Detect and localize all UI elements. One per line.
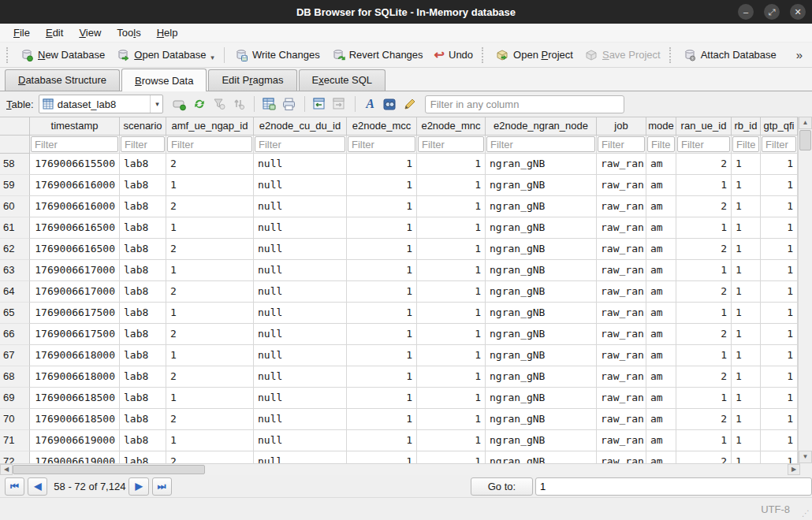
print-icon[interactable] bbox=[281, 95, 298, 113]
cell-e2node_cu_du_id[interactable]: null bbox=[254, 260, 347, 281]
column-filter-input-e2node_ngran_node[interactable] bbox=[486, 136, 595, 152]
cell-rb_id[interactable]: 1 bbox=[732, 303, 761, 324]
cell-gtp_qfi[interactable]: 1 bbox=[761, 366, 798, 388]
open-database-dropdown-caret[interactable]: ▾ bbox=[210, 54, 214, 61]
cell-timestamp[interactable]: 1769006617500 bbox=[30, 324, 120, 345]
column-header-e2node_cu_du_id[interactable]: e2node_cu_du_id bbox=[254, 117, 347, 136]
cell-mode[interactable]: am bbox=[646, 451, 676, 463]
cell-scenario[interactable]: lab8 bbox=[120, 154, 166, 175]
cell-e2node_mnc[interactable]: 1 bbox=[417, 366, 486, 388]
cell-e2node_cu_du_id[interactable]: null bbox=[254, 217, 347, 239]
cell-job[interactable]: raw_ran bbox=[597, 388, 646, 409]
cell-amf_ue_ngap_id[interactable]: 2 bbox=[166, 409, 254, 430]
cell-e2node_ngran_node[interactable]: ngran_gNB bbox=[486, 409, 597, 430]
cell-e2node_mcc[interactable]: 1 bbox=[347, 345, 417, 366]
column-filter-input-e2node_mnc[interactable] bbox=[418, 136, 484, 152]
cell-job[interactable]: raw_ran bbox=[597, 303, 646, 324]
open-project-button[interactable]: Open Project bbox=[490, 45, 579, 65]
cell-e2node_ngran_node[interactable]: ngran_gNB bbox=[486, 451, 597, 463]
scroll-down-button[interactable]: ▼ bbox=[799, 451, 812, 463]
cell-job[interactable]: raw_ran bbox=[597, 324, 646, 345]
cell-timestamp[interactable]: 1769006617000 bbox=[30, 281, 120, 303]
horizontal-scrollbar[interactable]: ◀ ▶ bbox=[0, 463, 800, 475]
column-header-e2node_mcc[interactable]: e2node_mcc bbox=[347, 117, 417, 136]
cell-amf_ue_ngap_id[interactable]: 2 bbox=[166, 366, 254, 388]
cell-mode[interactable]: am bbox=[646, 345, 676, 366]
cell-mode[interactable]: am bbox=[646, 303, 676, 324]
edit-cell-icon[interactable] bbox=[401, 95, 419, 113]
cell-scenario[interactable]: lab8 bbox=[120, 239, 166, 260]
goto-button[interactable]: Go to: bbox=[471, 477, 533, 496]
cell-scenario[interactable]: lab8 bbox=[120, 451, 166, 463]
cell-amf_ue_ngap_id[interactable]: 1 bbox=[166, 175, 254, 196]
cell-rb_id[interactable]: 1 bbox=[732, 430, 761, 451]
cell-e2node_cu_du_id[interactable]: null bbox=[254, 430, 347, 451]
open-database-button[interactable]: Open Database ▾ bbox=[110, 45, 220, 65]
cell-ran_ue_id[interactable]: 1 bbox=[676, 217, 732, 239]
cell-e2node_ngran_node[interactable]: ngran_gNB bbox=[486, 303, 597, 324]
cell-mode[interactable]: am bbox=[646, 430, 676, 451]
toolbar-overflow-button[interactable]: » bbox=[790, 48, 809, 61]
cell-amf_ue_ngap_id[interactable]: 2 bbox=[166, 196, 254, 217]
cell-mode[interactable]: am bbox=[646, 324, 676, 345]
cell-e2node_cu_du_id[interactable]: null bbox=[254, 196, 347, 217]
row-number[interactable]: 61 bbox=[0, 217, 30, 239]
cell-job[interactable]: raw_ran bbox=[597, 217, 646, 239]
cell-job[interactable]: raw_ran bbox=[597, 239, 646, 260]
cell-mode[interactable]: am bbox=[646, 239, 676, 260]
cell-timestamp[interactable]: 1769006618000 bbox=[30, 345, 120, 366]
cell-timestamp[interactable]: 1769006616500 bbox=[30, 217, 120, 239]
last-record-button[interactable]: ⏭ bbox=[152, 477, 172, 496]
cell-scenario[interactable]: lab8 bbox=[120, 388, 166, 409]
row-number[interactable]: 62 bbox=[0, 239, 30, 260]
cell-e2node_mcc[interactable]: 1 bbox=[347, 409, 417, 430]
cell-e2node_mnc[interactable]: 1 bbox=[417, 175, 486, 196]
cell-timestamp[interactable]: 1769006618500 bbox=[30, 388, 120, 409]
column-header-rb_id[interactable]: rb_id bbox=[732, 117, 761, 136]
cell-e2node_ngran_node[interactable]: ngran_gNB bbox=[486, 430, 597, 451]
cell-amf_ue_ngap_id[interactable]: 2 bbox=[166, 281, 254, 303]
cell-mode[interactable]: am bbox=[646, 409, 676, 430]
cell-rb_id[interactable]: 1 bbox=[732, 175, 761, 196]
cell-e2node_cu_du_id[interactable]: null bbox=[254, 239, 347, 260]
cell-gtp_qfi[interactable]: 1 bbox=[761, 388, 798, 409]
cell-e2node_mnc[interactable]: 1 bbox=[417, 345, 486, 366]
column-filter-input-job[interactable] bbox=[598, 136, 645, 152]
column-filter-input-timestamp[interactable] bbox=[31, 136, 118, 152]
cell-amf_ue_ngap_id[interactable]: 2 bbox=[166, 239, 254, 260]
column-header-e2node_ngran_node[interactable]: e2node_ngran_node bbox=[486, 117, 597, 136]
cell-e2node_cu_du_id[interactable]: null bbox=[254, 409, 347, 430]
cell-gtp_qfi[interactable]: 1 bbox=[761, 281, 798, 303]
cell-gtp_qfi[interactable]: 1 bbox=[761, 345, 798, 366]
new-database-button[interactable]: New Database bbox=[14, 45, 110, 65]
cell-e2node_cu_du_id[interactable]: null bbox=[254, 324, 347, 345]
row-number[interactable]: 70 bbox=[0, 409, 30, 430]
cell-mode[interactable]: am bbox=[646, 366, 676, 388]
jump-to-cell-icon[interactable] bbox=[311, 95, 329, 113]
cell-rb_id[interactable]: 1 bbox=[732, 451, 761, 463]
cell-e2node_ngran_node[interactable]: ngran_gNB bbox=[486, 366, 597, 388]
cell-e2node_mcc[interactable]: 1 bbox=[347, 239, 417, 260]
cell-e2node_ngran_node[interactable]: ngran_gNB bbox=[486, 196, 597, 217]
row-number[interactable]: 69 bbox=[0, 388, 30, 409]
cell-e2node_mnc[interactable]: 1 bbox=[417, 303, 486, 324]
refresh-icon[interactable] bbox=[191, 95, 208, 113]
column-filter-input-mode[interactable] bbox=[647, 136, 675, 152]
cell-e2node_mcc[interactable]: 1 bbox=[347, 430, 417, 451]
revert-changes-button[interactable]: Revert Changes bbox=[326, 45, 429, 65]
row-number[interactable]: 58 bbox=[0, 154, 30, 175]
row-number[interactable]: 67 bbox=[0, 345, 30, 366]
cell-scenario[interactable]: lab8 bbox=[120, 196, 166, 217]
cell-gtp_qfi[interactable]: 1 bbox=[761, 303, 798, 324]
previous-record-button[interactable]: ◀ bbox=[28, 477, 47, 496]
cell-amf_ue_ngap_id[interactable]: 1 bbox=[166, 260, 254, 281]
cell-e2node_cu_du_id[interactable]: null bbox=[254, 388, 347, 409]
column-header-scenario[interactable]: scenario bbox=[120, 117, 166, 136]
cell-e2node_mnc[interactable]: 1 bbox=[417, 239, 486, 260]
cell-e2node_ngran_node[interactable]: ngran_gNB bbox=[486, 388, 597, 409]
cell-e2node_mcc[interactable]: 1 bbox=[347, 281, 417, 303]
tab-execute-sql[interactable]: Execute SQL bbox=[299, 69, 386, 91]
cell-gtp_qfi[interactable]: 1 bbox=[761, 409, 798, 430]
cell-mode[interactable]: am bbox=[646, 281, 676, 303]
cell-timestamp[interactable]: 1769006619000 bbox=[30, 430, 120, 451]
